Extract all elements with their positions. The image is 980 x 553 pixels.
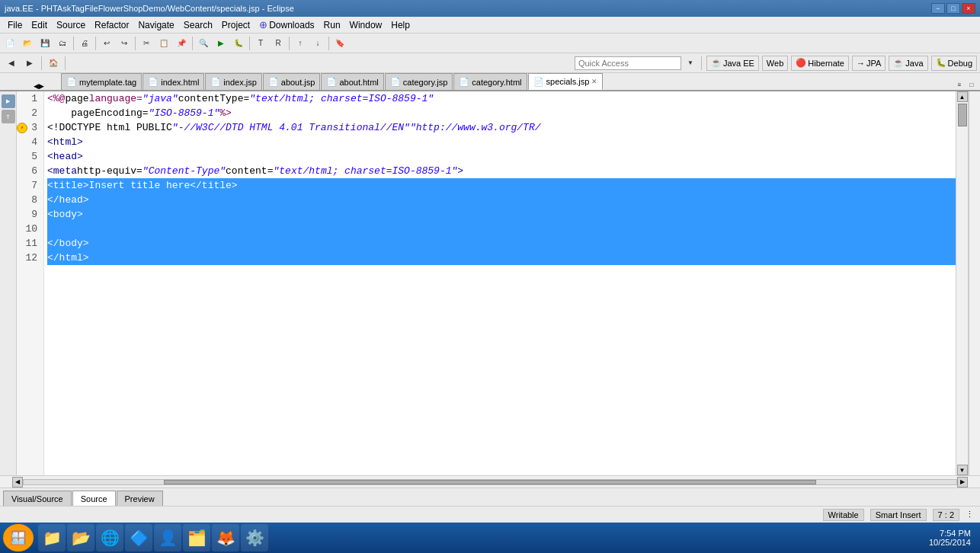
search-tb-button[interactable]: 🔍 xyxy=(195,35,212,52)
close-button[interactable]: × xyxy=(962,3,975,14)
maximize-editor-button[interactable]: □ xyxy=(966,79,977,90)
editor-area: ▶ T 1 2 ⚡ 3 4 5 6 7 8 9 10 11 12 <%@ pag… xyxy=(0,91,980,475)
tab-index-jsp[interactable]: 📄 index.jsp xyxy=(205,73,261,90)
menu-edit[interactable]: Edit xyxy=(27,18,52,32)
scroll-thumb[interactable] xyxy=(958,104,967,126)
taskbar-icon-files[interactable]: 📁 xyxy=(38,524,66,551)
forward-button[interactable]: ▶ xyxy=(21,55,38,72)
titlebar-controls[interactable]: − □ × xyxy=(931,3,975,14)
collapse-icon[interactable]: ◀▶ xyxy=(34,82,44,90)
perspective-hibernate[interactable]: 🔴 Hibernate xyxy=(791,56,849,71)
sep7 xyxy=(328,37,329,50)
toolbar-row-2-left: ◀ ▶ 🏠 xyxy=(3,55,67,72)
tab-list-button[interactable]: ≡ xyxy=(954,79,965,90)
next-annotation-button[interactable]: ↓ xyxy=(309,35,326,52)
redo-button[interactable]: ↪ xyxy=(116,35,133,52)
scroll-left-arrow[interactable]: ◀ xyxy=(12,477,23,487)
new-button[interactable]: 📄 xyxy=(2,35,18,52)
sep2 xyxy=(95,37,96,50)
cut-button[interactable]: ✂ xyxy=(138,35,155,52)
maximize-button[interactable]: □ xyxy=(946,3,960,14)
sep5 xyxy=(249,37,250,50)
quickaccess-input[interactable] xyxy=(575,56,681,70)
menu-refactor[interactable]: Refactor xyxy=(90,18,133,32)
perspective-debug[interactable]: 🐛 Debug xyxy=(931,56,977,71)
home-button[interactable]: 🏠 xyxy=(45,55,62,72)
open-resource-button[interactable]: R xyxy=(270,35,287,52)
tab-category-html[interactable]: 📄 category.html xyxy=(453,73,527,90)
taskbar-icon-eclipse[interactable]: 🔷 xyxy=(125,524,152,551)
save-button[interactable]: 💾 xyxy=(37,35,53,52)
tab-preview[interactable]: Preview xyxy=(117,491,163,506)
scroll-down-arrow[interactable]: ▼ xyxy=(957,465,968,475)
prev-annotation-button[interactable]: ↑ xyxy=(292,35,309,52)
menu-source[interactable]: Source xyxy=(52,18,90,32)
taskbar-icon-archive[interactable]: 🗂️ xyxy=(183,524,210,551)
menu-navigate[interactable]: Navigate xyxy=(133,18,178,32)
tab-index-html[interactable]: 📄 index.html xyxy=(143,73,204,90)
java-icon: ☕ xyxy=(893,58,904,68)
breakpoint-marker[interactable]: ⚡ xyxy=(17,123,27,133)
tab-close-icon[interactable]: ✕ xyxy=(591,78,597,85)
bookmark-button[interactable]: 🔖 xyxy=(331,35,348,52)
perspective-java[interactable]: ☕ Java xyxy=(889,56,927,71)
back-button[interactable]: ◀ xyxy=(3,55,20,72)
taskbar-icon-user[interactable]: 👤 xyxy=(154,524,181,551)
scroll-up-arrow[interactable]: ▲ xyxy=(957,91,968,102)
status-menu-icon[interactable]: ⋮ xyxy=(966,510,974,519)
menu-run[interactable]: Run xyxy=(319,18,345,32)
save-all-button[interactable]: 🗂 xyxy=(54,35,71,52)
perspective-web[interactable]: Web xyxy=(762,56,788,71)
menu-search[interactable]: Search xyxy=(179,18,217,32)
clock-time: 7:54 PM xyxy=(929,529,971,538)
run-button[interactable]: ▶ xyxy=(213,35,229,52)
taskbar-icon-folder[interactable]: 📂 xyxy=(67,524,94,551)
minimap xyxy=(969,91,980,475)
menu-file[interactable]: File xyxy=(3,18,27,32)
tab-icon: 📄 xyxy=(390,77,401,87)
open-button[interactable]: 📂 xyxy=(19,35,36,52)
quickaccess-btn[interactable]: ▼ xyxy=(684,57,697,69)
sep3 xyxy=(135,37,136,50)
taskbar-icon-settings[interactable]: ⚙️ xyxy=(241,524,268,551)
code-editor[interactable]: <%@ page language="java" contentType="te… xyxy=(44,91,956,475)
vertical-scrollbar[interactable]: ▲ ▼ xyxy=(956,91,968,475)
menu-help[interactable]: Help xyxy=(386,18,415,32)
hscroll-track[interactable] xyxy=(23,479,957,485)
tab-mytemplate[interactable]: 📄 mytemplate.tag xyxy=(61,73,142,90)
start-button[interactable]: 🪟 xyxy=(3,524,34,551)
print-button[interactable]: 🖨 xyxy=(76,35,93,52)
taskbar-icon-chrome[interactable]: 🌐 xyxy=(96,524,123,551)
tab-source[interactable]: Source xyxy=(72,491,116,506)
hscroll-thumb[interactable] xyxy=(164,480,817,484)
tab-specials-jsp[interactable]: 📄 specials.jsp ✕ xyxy=(528,73,604,90)
tab-visual-source[interactable]: Visual/Source xyxy=(3,491,72,506)
debug-button[interactable]: 🐛 xyxy=(230,35,247,52)
open-type-button[interactable]: T xyxy=(252,35,269,52)
line-12: 12 xyxy=(17,251,40,265)
clock-date: 10/25/2014 xyxy=(929,538,971,547)
tab-about-html[interactable]: 📄 about.html xyxy=(321,73,383,90)
line-8: 8 xyxy=(17,193,40,207)
scroll-right-arrow[interactable]: ▶ xyxy=(957,477,968,487)
sidebar-icon-2[interactable]: T xyxy=(2,110,15,123)
minimize-button[interactable]: − xyxy=(931,3,945,14)
perspective-jpa[interactable]: → JPA xyxy=(852,56,886,71)
perspective-javaee[interactable]: ☕ Java EE xyxy=(706,56,759,71)
tab-category-jsp[interactable]: 📄 category.jsp xyxy=(385,73,453,90)
debug-icon: 🐛 xyxy=(936,58,946,68)
tab-about-jsp[interactable]: 📄 about.jsp xyxy=(263,73,321,90)
code-line-2: pageEncoding="ISO-8859-1"%> xyxy=(47,106,956,120)
menu-project[interactable]: Project xyxy=(217,18,255,32)
menu-downloads[interactable]: ⊕Downloads xyxy=(255,18,319,32)
minimap-panel xyxy=(968,91,980,475)
sidebar-icon-1[interactable]: ▶ xyxy=(2,94,15,108)
line-2: 2 xyxy=(17,106,40,120)
taskbar-icon-firefox[interactable]: 🦊 xyxy=(212,524,239,551)
tab-icon: 📄 xyxy=(459,77,469,87)
paste-button[interactable]: 📌 xyxy=(173,35,190,52)
undo-button[interactable]: ↩ xyxy=(98,35,115,52)
copy-button[interactable]: 📋 xyxy=(155,35,172,52)
menu-window[interactable]: Window xyxy=(345,18,387,32)
horizontal-scrollbar[interactable]: ◀ ▶ xyxy=(0,475,980,487)
